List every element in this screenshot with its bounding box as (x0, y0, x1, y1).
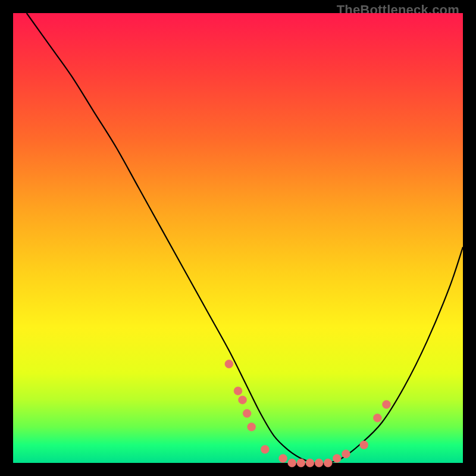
data-point (324, 459, 332, 467)
data-point (279, 454, 287, 462)
data-point (234, 387, 242, 395)
data-point (248, 423, 256, 431)
data-point (297, 459, 305, 467)
data-point (261, 445, 269, 453)
bottleneck-curve (27, 13, 463, 464)
chart-svg (13, 13, 463, 463)
data-point (288, 459, 296, 467)
data-point (243, 409, 251, 418)
data-point (360, 441, 368, 449)
data-point (382, 400, 390, 409)
data-point (342, 450, 350, 458)
plot-area (13, 13, 463, 463)
data-point (225, 360, 233, 368)
data-point (306, 459, 314, 467)
chart-stage: TheBottleneck.com (0, 0, 476, 476)
data-point (239, 396, 247, 404)
data-point (333, 454, 341, 462)
data-point (315, 459, 323, 467)
data-point (373, 414, 381, 422)
scatter-points (225, 360, 391, 467)
